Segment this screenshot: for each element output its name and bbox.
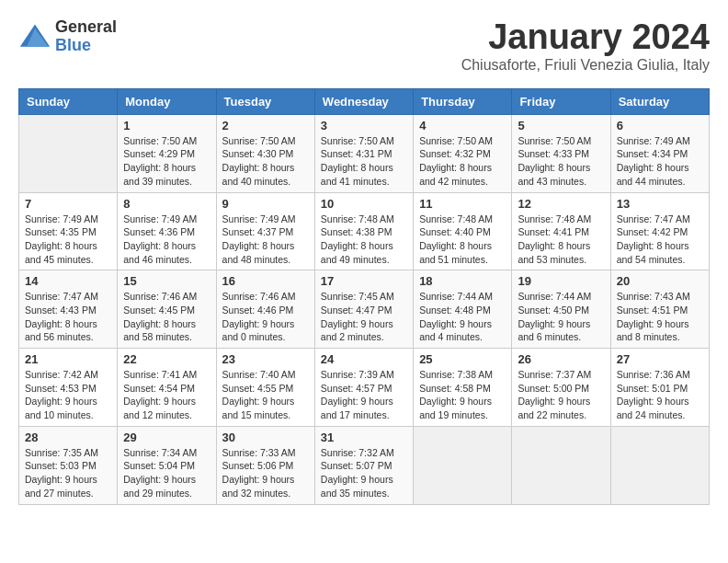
calendar-cell: 21Sunrise: 7:42 AMSunset: 4:53 PMDayligh… xyxy=(19,349,118,427)
day-info: Sunrise: 7:48 AMSunset: 4:41 PMDaylight:… xyxy=(518,213,604,267)
calendar-cell: 5Sunrise: 7:50 AMSunset: 4:33 PMDaylight… xyxy=(512,114,610,192)
calendar-cell xyxy=(414,426,512,504)
day-number: 30 xyxy=(222,431,309,444)
day-info: Sunrise: 7:40 AMSunset: 4:55 PMDaylight:… xyxy=(222,368,309,422)
day-of-week-header: Friday xyxy=(512,88,610,114)
logo-general: General xyxy=(55,18,117,37)
calendar-cell: 9Sunrise: 7:49 AMSunset: 4:37 PMDaylight… xyxy=(216,192,314,270)
month-title: January 2024 xyxy=(461,18,710,57)
location-subtitle: Chiusaforte, Friuli Venezia Giulia, Ital… xyxy=(461,57,710,74)
title-block: January 2024 Chiusaforte, Friuli Venezia… xyxy=(461,18,710,74)
calendar-cell: 25Sunrise: 7:38 AMSunset: 4:58 PMDayligh… xyxy=(414,349,512,427)
day-info: Sunrise: 7:48 AMSunset: 4:38 PMDaylight:… xyxy=(321,213,407,267)
day-number: 12 xyxy=(518,197,604,211)
day-number: 8 xyxy=(123,197,210,211)
day-info: Sunrise: 7:50 AMSunset: 4:30 PMDaylight:… xyxy=(222,134,309,189)
calendar-week-row: 7Sunrise: 7:49 AMSunset: 4:35 PMDaylight… xyxy=(19,192,710,270)
day-info: Sunrise: 7:46 AMSunset: 4:46 PMDaylight:… xyxy=(222,290,309,344)
calendar-cell: 7Sunrise: 7:49 AMSunset: 4:35 PMDaylight… xyxy=(19,192,118,270)
day-number: 14 xyxy=(25,274,111,288)
calendar-cell: 11Sunrise: 7:48 AMSunset: 4:40 PMDayligh… xyxy=(414,192,512,270)
calendar-cell: 28Sunrise: 7:35 AMSunset: 5:03 PMDayligh… xyxy=(19,426,118,504)
day-number: 1 xyxy=(123,119,210,132)
calendar-week-row: 1Sunrise: 7:50 AMSunset: 4:29 PMDaylight… xyxy=(19,114,710,192)
calendar-cell: 18Sunrise: 7:44 AMSunset: 4:48 PMDayligh… xyxy=(414,270,512,349)
day-info: Sunrise: 7:49 AMSunset: 4:36 PMDaylight:… xyxy=(123,213,210,267)
day-info: Sunrise: 7:42 AMSunset: 4:53 PMDaylight:… xyxy=(25,368,111,422)
calendar-cell: 30Sunrise: 7:33 AMSunset: 5:06 PMDayligh… xyxy=(216,426,314,504)
day-number: 10 xyxy=(321,197,407,211)
day-number: 20 xyxy=(617,274,703,288)
day-number: 11 xyxy=(419,197,506,211)
day-number: 28 xyxy=(25,431,111,444)
day-info: Sunrise: 7:44 AMSunset: 4:50 PMDaylight:… xyxy=(518,290,604,344)
calendar-cell: 19Sunrise: 7:44 AMSunset: 4:50 PMDayligh… xyxy=(512,270,610,349)
day-number: 29 xyxy=(123,431,210,444)
day-info: Sunrise: 7:47 AMSunset: 4:43 PMDaylight:… xyxy=(25,290,111,344)
calendar-cell: 24Sunrise: 7:39 AMSunset: 4:57 PMDayligh… xyxy=(314,349,413,427)
day-info: Sunrise: 7:37 AMSunset: 5:00 PMDaylight:… xyxy=(518,368,604,422)
day-info: Sunrise: 7:34 AMSunset: 5:04 PMDaylight:… xyxy=(123,446,210,500)
calendar-cell: 4Sunrise: 7:50 AMSunset: 4:32 PMDaylight… xyxy=(414,114,512,192)
day-number: 22 xyxy=(123,352,210,366)
day-number: 5 xyxy=(518,119,604,132)
day-info: Sunrise: 7:38 AMSunset: 4:58 PMDaylight:… xyxy=(419,368,506,422)
calendar-cell: 27Sunrise: 7:36 AMSunset: 5:01 PMDayligh… xyxy=(610,349,709,427)
calendar-cell: 31Sunrise: 7:32 AMSunset: 5:07 PMDayligh… xyxy=(314,426,413,504)
calendar-cell: 29Sunrise: 7:34 AMSunset: 5:04 PMDayligh… xyxy=(118,426,216,504)
day-info: Sunrise: 7:32 AMSunset: 5:07 PMDaylight:… xyxy=(321,446,407,500)
logo-icon xyxy=(18,20,51,53)
day-number: 19 xyxy=(518,274,604,288)
day-info: Sunrise: 7:41 AMSunset: 4:54 PMDaylight:… xyxy=(123,368,210,422)
logo: General Blue xyxy=(18,18,117,55)
calendar-cell: 22Sunrise: 7:41 AMSunset: 4:54 PMDayligh… xyxy=(118,349,216,427)
day-number: 6 xyxy=(617,119,703,132)
day-info: Sunrise: 7:45 AMSunset: 4:47 PMDaylight:… xyxy=(321,290,407,344)
calendar-cell: 20Sunrise: 7:43 AMSunset: 4:51 PMDayligh… xyxy=(610,270,709,349)
day-number: 27 xyxy=(617,352,703,366)
calendar-week-row: 14Sunrise: 7:47 AMSunset: 4:43 PMDayligh… xyxy=(19,270,710,349)
day-info: Sunrise: 7:50 AMSunset: 4:33 PMDaylight:… xyxy=(518,134,604,189)
calendar-cell: 2Sunrise: 7:50 AMSunset: 4:30 PMDaylight… xyxy=(216,114,314,192)
day-info: Sunrise: 7:46 AMSunset: 4:45 PMDaylight:… xyxy=(123,290,210,344)
day-number: 9 xyxy=(222,197,309,211)
calendar-cell: 23Sunrise: 7:40 AMSunset: 4:55 PMDayligh… xyxy=(216,349,314,427)
calendar-cell: 6Sunrise: 7:49 AMSunset: 4:34 PMDaylight… xyxy=(610,114,709,192)
logo-text: General Blue xyxy=(55,18,117,55)
day-number: 31 xyxy=(321,431,407,444)
day-info: Sunrise: 7:33 AMSunset: 5:06 PMDaylight:… xyxy=(222,446,309,500)
day-number: 4 xyxy=(419,119,506,132)
day-info: Sunrise: 7:50 AMSunset: 4:29 PMDaylight:… xyxy=(123,134,210,189)
day-info: Sunrise: 7:48 AMSunset: 4:40 PMDaylight:… xyxy=(419,213,506,267)
day-number: 16 xyxy=(222,274,309,288)
day-number: 13 xyxy=(617,197,703,211)
calendar-header-row: SundayMondayTuesdayWednesdayThursdayFrid… xyxy=(19,88,710,114)
calendar-table: SundayMondayTuesdayWednesdayThursdayFrid… xyxy=(18,88,710,505)
day-number: 15 xyxy=(123,274,210,288)
day-of-week-header: Monday xyxy=(118,88,216,114)
day-info: Sunrise: 7:35 AMSunset: 5:03 PMDaylight:… xyxy=(25,446,111,500)
day-info: Sunrise: 7:36 AMSunset: 5:01 PMDaylight:… xyxy=(617,368,703,422)
calendar-cell xyxy=(19,114,118,192)
day-number: 17 xyxy=(321,274,407,288)
calendar-cell: 3Sunrise: 7:50 AMSunset: 4:31 PMDaylight… xyxy=(314,114,413,192)
day-of-week-header: Saturday xyxy=(610,88,709,114)
day-info: Sunrise: 7:50 AMSunset: 4:32 PMDaylight:… xyxy=(419,134,506,189)
calendar-cell: 1Sunrise: 7:50 AMSunset: 4:29 PMDaylight… xyxy=(118,114,216,192)
day-info: Sunrise: 7:50 AMSunset: 4:31 PMDaylight:… xyxy=(321,134,407,189)
day-info: Sunrise: 7:43 AMSunset: 4:51 PMDaylight:… xyxy=(617,290,703,344)
day-number: 24 xyxy=(321,352,407,366)
calendar-cell: 10Sunrise: 7:48 AMSunset: 4:38 PMDayligh… xyxy=(314,192,413,270)
calendar-week-row: 28Sunrise: 7:35 AMSunset: 5:03 PMDayligh… xyxy=(19,426,710,504)
day-number: 21 xyxy=(25,352,111,366)
day-number: 26 xyxy=(518,352,604,366)
day-of-week-header: Thursday xyxy=(414,88,512,114)
day-number: 3 xyxy=(321,119,407,132)
page-header: General Blue January 2024 Chiusaforte, F… xyxy=(18,18,710,74)
day-number: 7 xyxy=(25,197,111,211)
day-info: Sunrise: 7:49 AMSunset: 4:35 PMDaylight:… xyxy=(25,213,111,267)
day-info: Sunrise: 7:44 AMSunset: 4:48 PMDaylight:… xyxy=(419,290,506,344)
calendar-cell: 8Sunrise: 7:49 AMSunset: 4:36 PMDaylight… xyxy=(118,192,216,270)
calendar-cell: 16Sunrise: 7:46 AMSunset: 4:46 PMDayligh… xyxy=(216,270,314,349)
day-of-week-header: Wednesday xyxy=(314,88,413,114)
